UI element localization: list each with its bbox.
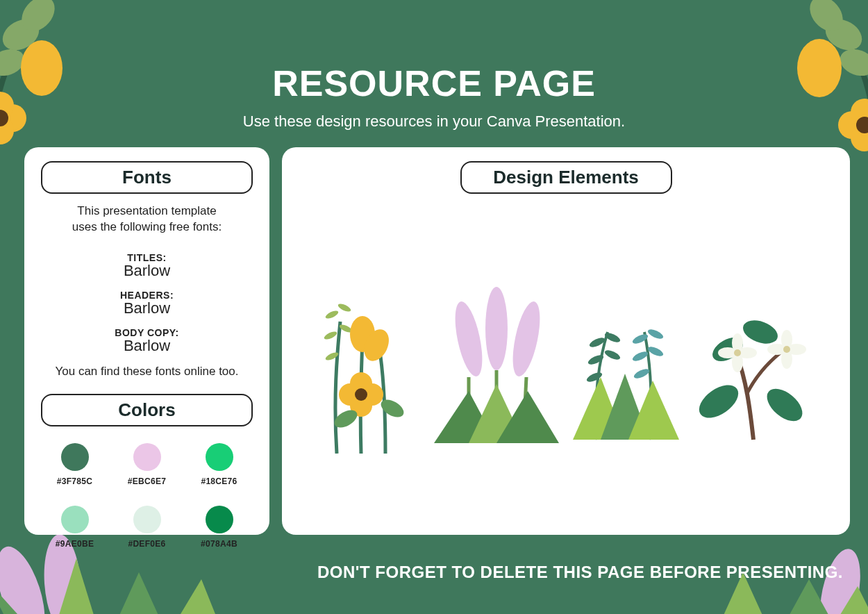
font-name: Barlow: [41, 337, 253, 355]
svg-point-36: [485, 287, 508, 370]
swatch: #EBC6E7: [126, 443, 168, 486]
fonts-intro-line2: uses the following free fonts:: [72, 220, 222, 233]
svg-point-61: [783, 346, 790, 353]
design-elements-card: Design Elements: [282, 147, 850, 535]
svg-point-23: [323, 330, 338, 341]
swatch-hex: #EBC6E7: [126, 476, 168, 486]
footer-note: DON'T FORGET TO DELETE THIS PAGE BEFORE …: [317, 563, 843, 582]
font-block-body: BODY COPY: Barlow: [41, 327, 253, 355]
elements-pill: Design Elements: [460, 161, 672, 194]
svg-point-48: [693, 378, 744, 424]
page-title: RESOURCE PAGE: [0, 63, 868, 104]
swatch-circle: [206, 506, 233, 533]
fonts-colors-card: Fonts This presentation template uses th…: [24, 147, 269, 535]
swatch-hex: #078A4B: [199, 539, 240, 549]
color-swatches: #3F785C #EBC6E7 #18CE76 #9AE0BE #DEF0E6 …: [41, 436, 253, 551]
swatch: #3F785C: [54, 443, 96, 486]
fern-grass-icon: [562, 283, 687, 443]
colors-pill: Colors: [41, 394, 253, 426]
swatch-circle: [206, 443, 233, 471]
fonts-pill: Fonts: [41, 161, 253, 194]
swatch-hex: #18CE76: [199, 476, 240, 486]
swatch: #9AE0BE: [54, 506, 96, 549]
swatch: #078A4B: [199, 506, 240, 549]
fonts-intro-line1: This presentation template: [77, 204, 216, 217]
svg-point-33: [378, 396, 406, 420]
svg-point-47: [633, 367, 651, 380]
svg-point-41: [603, 348, 621, 361]
svg-point-35: [450, 299, 487, 378]
swatch-circle: [133, 506, 161, 533]
fonts-intro: This presentation template uses the foll…: [41, 204, 253, 235]
svg-point-49: [761, 382, 808, 427]
swatch-circle: [61, 443, 89, 471]
font-name: Barlow: [41, 262, 253, 280]
swatch-circle: [133, 443, 161, 471]
swatch-hex: #3F785C: [54, 476, 96, 486]
white-flower-plant-icon: [687, 283, 819, 443]
page-subtitle: Use these design resources in your Canva…: [0, 113, 868, 131]
svg-point-44: [646, 327, 665, 340]
swatch-hex: #DEF0E6: [126, 539, 168, 549]
elements-area: [299, 204, 833, 522]
svg-point-21: [324, 309, 340, 320]
swatch-circle: [61, 506, 89, 533]
font-block-headers: HEADERS: Barlow: [41, 290, 253, 317]
font-block-titles: TITLES: Barlow: [41, 252, 253, 280]
svg-point-32: [355, 388, 367, 401]
swatch: #DEF0E6: [126, 506, 168, 549]
svg-point-50: [740, 316, 781, 348]
yellow-flower-plant-icon: [312, 273, 431, 454]
fonts-note: You can find these fonts online too.: [41, 365, 253, 379]
svg-point-56: [734, 349, 741, 356]
swatch: #18CE76: [199, 443, 240, 486]
swatch-hex: #9AE0BE: [54, 539, 96, 549]
lavender-grass-icon: [431, 280, 562, 447]
font-name: Barlow: [41, 299, 253, 317]
svg-point-37: [508, 299, 545, 378]
svg-point-22: [337, 302, 352, 313]
